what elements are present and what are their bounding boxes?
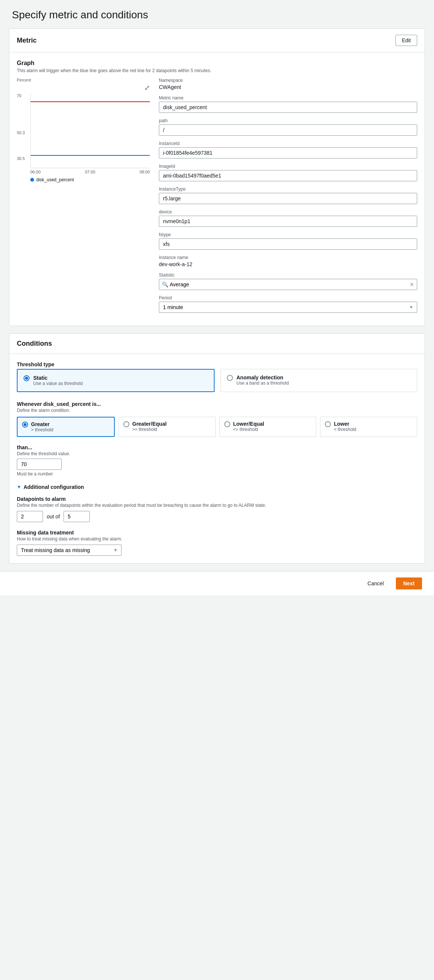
missing-data-select-wrapper: Treat missing data as missing Treat miss… (17, 544, 121, 556)
image-id-field-group: ImageId (159, 164, 417, 181)
image-id-input[interactable] (159, 170, 417, 181)
whenever-desc: Define the alarm condition. (17, 408, 417, 413)
form-fields: Namespace CWAgent Metric name path Insta… (159, 78, 417, 318)
metric-section-header: Metric Edit (10, 29, 424, 52)
namespace-value: CWAgent (159, 84, 417, 90)
page-title: Specify metric and conditions (0, 0, 434, 29)
metric-section-body: Graph This alarm will trigger when the b… (10, 52, 424, 326)
clear-icon[interactable]: ✕ (410, 282, 414, 288)
threshold-static-desc: Use a value as threshold (33, 381, 83, 386)
condition-greaterequal-card[interactable]: Greater/Equal >= threshold (119, 417, 216, 437)
x-label-0700: 07:00 (85, 170, 95, 174)
instance-name-value: dev-work-a-12 (159, 261, 417, 267)
condition-greater-text: Greater > threshold (31, 421, 54, 433)
condition-lowerequal-title: Lower/Equal (233, 421, 264, 427)
condition-greater-radio[interactable] (22, 422, 28, 428)
threshold-static-text: Static Use a value as threshold (33, 375, 83, 386)
threshold-static-radio[interactable] (24, 375, 30, 381)
metric-section-title: Metric (17, 37, 37, 45)
instance-id-input[interactable] (159, 147, 417, 159)
y-label-70: 70 (17, 94, 25, 98)
condition-lower-card[interactable]: Lower < threshold (320, 417, 417, 437)
statistic-input[interactable] (159, 279, 417, 290)
threshold-anomaly-card[interactable]: Anomaly detection Use a band as a thresh… (221, 369, 418, 392)
x-label-0600: 06:00 (30, 170, 41, 174)
y-label-503: 50.3 (17, 130, 25, 135)
condition-greaterequal-title: Greater/Equal (132, 421, 167, 427)
conditions-section-header: Conditions (10, 334, 424, 354)
condition-greaterequal-text: Greater/Equal >= threshold (132, 421, 167, 432)
path-label: path (159, 118, 417, 123)
period-select[interactable]: 1 minute 5 minutes 10 minutes 30 minutes… (159, 302, 417, 313)
must-be-number: Must be a number (17, 471, 417, 477)
graph-description: This alarm will trigger when the blue li… (17, 68, 417, 73)
toggle-arrow-icon: ▼ (17, 484, 21, 490)
condition-lower-title: Lower (334, 421, 356, 427)
graph-label: Graph (17, 60, 417, 67)
fstype-input[interactable] (159, 239, 417, 250)
whenever-label: Whenever disk_used_percent is... (17, 401, 417, 407)
condition-greaterequal-radio[interactable] (123, 421, 129, 427)
condition-greaterequal-sub: >= threshold (132, 427, 167, 432)
graph-area: Percent ⤢ 70 50.3 30.5 (17, 78, 150, 318)
next-button[interactable]: Next (396, 578, 422, 589)
period-label: Period (159, 295, 417, 301)
edit-button[interactable]: Edit (396, 35, 417, 46)
conditions-section-title: Conditions (17, 340, 52, 348)
period-select-wrapper: 1 minute 5 minutes 10 minutes 30 minutes… (159, 302, 417, 313)
condition-lowerequal-sub: <= threshold (233, 427, 264, 432)
namespace-field-group: Namespace CWAgent (159, 78, 417, 90)
threshold-anomaly-title: Anomaly detection (237, 374, 289, 380)
condition-lower-radio[interactable] (325, 421, 331, 427)
than-desc: Define the threshold value. (17, 451, 417, 457)
footer-bar: Cancel Next (0, 571, 434, 595)
condition-lowerequal-card[interactable]: Lower/Equal <= threshold (219, 417, 316, 437)
additional-config-label: Additional configuration (24, 484, 84, 490)
instance-name-field-group: Instance name dev-work-a-12 (159, 255, 417, 267)
statistic-label: Statistic (159, 272, 417, 278)
instance-type-input[interactable] (159, 193, 417, 204)
condition-lowerequal-text: Lower/Equal <= threshold (233, 421, 264, 432)
condition-options-row: Greater > threshold Greater/Equal >= thr… (17, 417, 417, 437)
image-id-label: ImageId (159, 164, 417, 169)
total-datapoints-input[interactable] (64, 511, 90, 522)
cancel-button[interactable]: Cancel (360, 578, 391, 589)
y-axis-label: Percent (17, 78, 150, 82)
condition-greater-sub: > threshold (31, 427, 54, 433)
out-of-text: out of (47, 514, 60, 520)
threshold-value-input[interactable] (17, 458, 62, 470)
datapoints-row: out of (17, 511, 417, 522)
device-label: device (159, 209, 417, 215)
threshold-static-title: Static (33, 375, 83, 381)
threshold-static-card[interactable]: Static Use a value as threshold (17, 369, 215, 392)
path-input[interactable] (159, 124, 417, 136)
fstype-field-group: fstype (159, 232, 417, 250)
device-input[interactable] (159, 216, 417, 227)
condition-lowerequal-radio[interactable] (224, 421, 230, 427)
fstype-label: fstype (159, 232, 417, 237)
threshold-type-row: Static Use a value as threshold Anomaly … (17, 369, 417, 392)
conditions-body: Threshold type Static Use a value as thr… (10, 354, 424, 563)
statistic-field-group: Statistic 🔍 ✕ (159, 272, 417, 290)
missing-data-label: Missing data treatment (17, 530, 417, 536)
metric-name-field-group: Metric name (159, 95, 417, 113)
y-label-305: 30.5 (17, 156, 25, 161)
instance-type-field-group: InstanceType (159, 186, 417, 204)
condition-lower-text: Lower < threshold (334, 421, 356, 432)
condition-lower-sub: < threshold (334, 427, 356, 432)
device-field-group: device (159, 209, 417, 227)
metric-name-input[interactable] (159, 102, 417, 113)
missing-data-select[interactable]: Treat missing data as missing Treat miss… (17, 544, 121, 556)
chart-wrapper (30, 94, 150, 168)
datapoints-desc: Define the number of datapoints within t… (17, 503, 417, 508)
statistic-search-wrapper: 🔍 ✕ (159, 279, 417, 290)
additional-config-toggle[interactable]: ▼ Additional configuration (17, 484, 417, 490)
namespace-label: Namespace (159, 78, 417, 83)
x-labels: 06:00 07:00 08:00 (30, 168, 150, 174)
metric-section: Metric Edit Graph This alarm will trigge… (9, 29, 425, 326)
condition-greater-card[interactable]: Greater > threshold (17, 417, 115, 437)
instance-id-label: InstanceId (159, 141, 417, 146)
threshold-anomaly-radio[interactable] (227, 375, 233, 381)
expand-icon[interactable]: ⤢ (144, 84, 150, 92)
datapoints-value-input[interactable] (17, 511, 43, 522)
